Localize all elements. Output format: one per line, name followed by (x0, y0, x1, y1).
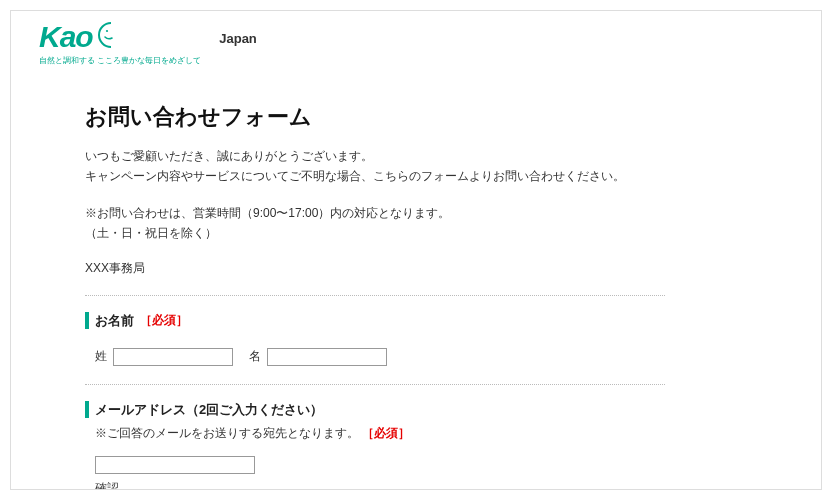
sei-label: 姓 (95, 348, 107, 365)
mei-label: 名 (249, 348, 261, 365)
required-badge: ［必須］ (362, 426, 410, 440)
accent-bar-icon (85, 401, 89, 418)
section-name: お名前 ［必須］ 姓 名 (85, 296, 665, 384)
brand-logo: Kao 自然と調和する こころ豊かな毎日をめざして (39, 21, 201, 66)
brand-name: Kao (39, 22, 93, 52)
mei-input[interactable] (267, 348, 387, 366)
email-note: ※ご回答のメールをお送りする宛先となります。 ［必須］ (95, 425, 665, 442)
region-label: Japan (219, 31, 257, 46)
intro-text: いつもご愛顧いただき、誠にありがとうございます。 キャンペーン内容やサービスにつ… (85, 146, 665, 244)
accent-bar-icon (85, 312, 89, 329)
office-label: XXX事務局 (85, 260, 665, 277)
required-badge: ［必須］ (140, 312, 188, 329)
intro-line: いつもご愛顧いただき、誠にありがとうございます。 (85, 146, 665, 166)
header: Kao 自然と調和する こころ豊かな毎日をめざして Japan (39, 21, 793, 66)
hours-line: ※お問い合わせは、営業時間（9:00〜17:00）内の対応となります。 (85, 203, 665, 223)
email-label: メールアドレス（2回ご入力ください） (95, 401, 323, 419)
section-email: メールアドレス（2回ご入力ください） ※ご回答のメールをお送りする宛先となります… (85, 385, 665, 490)
email-note-text: ※ご回答のメールをお送りする宛先となります。 (95, 426, 359, 440)
name-label: お名前 (95, 312, 134, 330)
content: お問い合わせフォーム いつもご愛顧いただき、誠にありがとうございます。 キャンペ… (85, 102, 665, 490)
name-input-row: 姓 名 (95, 348, 665, 366)
email-input[interactable] (95, 456, 255, 474)
section-title-email: メールアドレス（2回ご入力ください） (85, 401, 665, 419)
intro-line: キャンペーン内容やサービスについてご不明な場合、こちらのフォームよりお問い合わせ… (85, 166, 665, 186)
hours-line: （土・日・祝日を除く） (85, 223, 665, 243)
moon-icon (97, 21, 121, 53)
svg-point-0 (106, 30, 108, 32)
form-frame: Kao 自然と調和する こころ豊かな毎日をめざして Japan お問い合わせフォ… (10, 10, 822, 490)
page-title: お問い合わせフォーム (85, 102, 665, 132)
section-title-name: お名前 ［必須］ (85, 312, 665, 330)
email-confirm-label: 確認 (95, 480, 665, 490)
brand-tagline: 自然と調和する こころ豊かな毎日をめざして (39, 55, 201, 66)
sei-input[interactable] (113, 348, 233, 366)
